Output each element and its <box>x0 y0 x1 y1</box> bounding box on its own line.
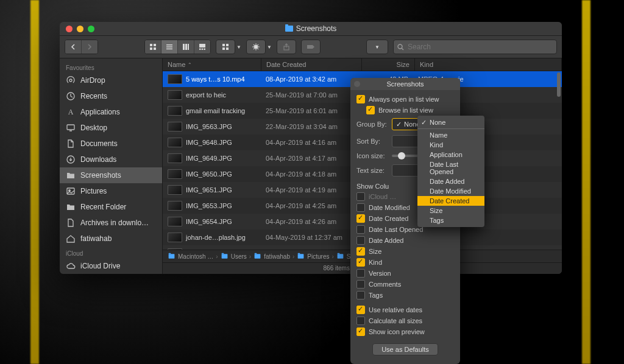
home-icon <box>66 234 76 243</box>
sidebar-item[interactable]: AApplications <box>60 104 162 120</box>
menu-item[interactable]: Size <box>417 206 484 215</box>
sidebar-item[interactable]: AirDrop <box>60 72 162 88</box>
file-date: 04-Apr-2019 at 4:18 am <box>261 170 361 178</box>
sidebar-item[interactable]: Recents <box>60 88 162 104</box>
window-title-text: Screenshots <box>296 24 337 33</box>
sidebar-item[interactable]: Desktop <box>60 120 162 136</box>
checkbox-label: Kind <box>369 259 382 266</box>
checkbox-label: Show icon preview <box>369 328 425 335</box>
menu-item[interactable]: Kind <box>417 140 484 150</box>
sidebar-item[interactable]: Documents <box>60 136 162 152</box>
column-checkbox[interactable]: Version <box>350 268 460 279</box>
column-checkbox[interactable]: Size <box>350 246 460 257</box>
back-button[interactable] <box>65 40 81 54</box>
group-by-menu[interactable]: NoneNameKindApplicationDate Last OpenedD… <box>417 116 484 227</box>
file-date: 04-Apr-2019 at 4:17 am <box>261 155 361 162</box>
always-open-checkbox[interactable]: Always open in list view <box>350 94 460 105</box>
path-segment[interactable]: fatiwahab <box>264 253 290 260</box>
sidebar-item[interactable]: Recent Folder <box>60 199 162 215</box>
menu-item[interactable]: Date Last Opened <box>417 159 484 177</box>
sidebar-section-header: Favourites <box>60 61 162 72</box>
list-view-button[interactable] <box>161 40 177 54</box>
svg-rect-3 <box>154 47 156 50</box>
scrollbar[interactable] <box>557 72 561 97</box>
tags-button[interactable] <box>301 40 321 54</box>
column-size[interactable]: Size <box>362 58 415 71</box>
path-segment[interactable]: Users <box>231 253 247 260</box>
column-kind[interactable]: Kind <box>415 58 562 71</box>
arrange-button[interactable] <box>216 40 235 54</box>
checkbox-label: Date Added <box>369 237 404 244</box>
column-date-created[interactable]: Date Created <box>261 58 362 71</box>
gallery-view-button[interactable] <box>194 40 210 54</box>
icon-view-button[interactable] <box>145 40 161 54</box>
file-name: IMG_9650.JPG <box>186 170 232 178</box>
sidebar-item[interactable]: Downloads <box>60 152 162 167</box>
file-date: 04-Apr-2019 at 4:16 am <box>261 139 361 146</box>
checkbox-icon <box>356 214 365 223</box>
path-segment[interactable]: Pictures <box>307 253 329 260</box>
desktop-icon <box>66 123 76 133</box>
column-checkbox[interactable]: Comments <box>350 279 460 290</box>
zoom-button[interactable] <box>88 26 94 32</box>
option-checkbox[interactable]: Calculate all sizes <box>350 315 460 326</box>
file-thumbnail <box>168 74 182 84</box>
minimize-button[interactable] <box>77 26 83 32</box>
sidebar-item-label: Pictures <box>80 187 107 195</box>
sidebar-item[interactable]: Screenshots <box>60 167 162 183</box>
checkbox-label: Comments <box>369 281 401 288</box>
svg-point-30 <box>69 79 72 82</box>
option-checkbox[interactable]: Use relative dates <box>350 304 460 315</box>
search-field[interactable] <box>393 40 557 54</box>
checkbox-icon <box>356 306 365 314</box>
sidebar-item-label: Recent Folder <box>80 203 126 211</box>
menu-item[interactable]: Date Added <box>417 177 484 186</box>
folder-icon <box>221 254 227 259</box>
svg-rect-8 <box>185 44 187 50</box>
sidebar-item[interactable]: Pictures <box>60 183 162 199</box>
column-checkbox[interactable]: Date Added <box>350 235 460 246</box>
search-input[interactable] <box>406 42 553 52</box>
column-checkbox[interactable]: Tags <box>350 290 460 301</box>
share-button[interactable] <box>277 40 296 54</box>
sidebar-item[interactable]: Archives in downlo… <box>60 215 162 231</box>
checkbox-icon <box>356 247 365 256</box>
menu-item[interactable]: Date Created <box>417 196 484 206</box>
path-segment[interactable]: Macintosh … <box>178 253 213 260</box>
column-view-button[interactable] <box>177 40 194 54</box>
pictures-icon <box>66 186 76 196</box>
sidebar-item[interactable]: fatiwahab <box>60 231 162 247</box>
sidebar-item[interactable]: iCloud Drive <box>60 258 162 274</box>
browse-in-checkbox[interactable]: Browse in list view <box>350 105 460 116</box>
file-thumbnail <box>168 201 182 211</box>
sort-indicator-icon: ⌃ <box>188 62 192 68</box>
svg-rect-12 <box>202 49 204 51</box>
sidebar: FavouritesAirDropRecentsAApplicationsDes… <box>60 58 163 274</box>
dropdown-button[interactable]: ▼ <box>366 40 388 54</box>
action-button[interactable] <box>246 40 266 54</box>
svg-rect-11 <box>199 49 201 51</box>
menu-item[interactable]: Name <box>417 130 484 140</box>
sidebar-section-header: iCloud <box>60 247 162 258</box>
column-checkbox[interactable]: Kind <box>350 257 460 268</box>
panel-titlebar[interactable]: Screenshots <box>350 78 460 90</box>
option-checkbox[interactable]: Show icon preview <box>350 326 460 337</box>
use-as-defaults-button[interactable]: Use as Defaults <box>372 343 438 355</box>
group-by-label: Group By: <box>356 121 388 128</box>
svg-rect-13 <box>204 49 205 51</box>
titlebar[interactable]: Screenshots <box>60 22 562 36</box>
svg-point-18 <box>254 45 258 49</box>
svg-text:A: A <box>68 108 74 116</box>
menu-item[interactable]: Date Modified <box>417 186 484 196</box>
menu-item[interactable]: None <box>417 117 484 127</box>
column-name[interactable]: Name⌃ <box>163 58 261 71</box>
sidebar-item-label: Screenshots <box>80 171 121 180</box>
forward-button[interactable] <box>81 40 98 54</box>
menu-item[interactable]: Tags <box>417 215 484 225</box>
file-name: IMG_9563.JPG <box>186 123 232 130</box>
sidebar-item-label: Downloads <box>80 155 116 164</box>
close-button[interactable] <box>354 81 360 87</box>
close-button[interactable] <box>66 26 73 32</box>
menu-item[interactable]: Application <box>417 150 484 159</box>
svg-rect-33 <box>67 125 74 130</box>
